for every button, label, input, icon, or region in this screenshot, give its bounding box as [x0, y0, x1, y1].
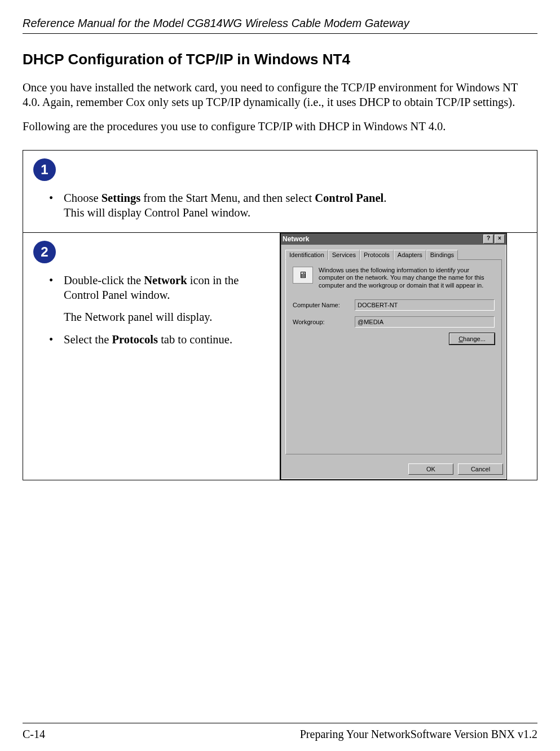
step-1-line-2: This will display Control Panel window.	[64, 206, 250, 219]
tab-adapters[interactable]: Adapters	[394, 250, 426, 260]
step-1-text-pre: Choose	[64, 192, 102, 204]
ok-button[interactable]: OK	[408, 463, 453, 475]
step-2-bullet-1: Double-click the Network icon in the Con…	[49, 273, 270, 302]
page-footer: C-14 Preparing Your NetworkSoftware Vers…	[23, 723, 537, 741]
help-icon[interactable]: ?	[483, 235, 493, 244]
steps-table: 1 Choose Settings from the Start Menu, a…	[23, 150, 537, 480]
step-2-b2-bold: Protocols	[112, 333, 158, 346]
section-heading: DHCP Configuration of TCP/IP in Windows …	[23, 51, 537, 68]
step-2-bullet-2: Select the Protocols tab to continue.	[49, 333, 270, 347]
body-paragraph-1: Once you have installed the network card…	[23, 81, 537, 109]
dialog-info-text: Windows uses the following information t…	[319, 267, 495, 289]
step-2-image-cell: Network ? × Identification Services Prot…	[280, 233, 537, 480]
workgroup-field: @MEDIA	[355, 316, 495, 328]
step-2-subtext: The Network panel will display.	[33, 310, 270, 325]
footer-rule	[23, 723, 537, 723]
step-1-bold-1: Settings	[102, 192, 140, 204]
step-2-b1-pre: Double-click the	[64, 274, 144, 286]
header-rule	[23, 33, 537, 34]
footer-page-number: C-14	[23, 728, 45, 741]
step-1-text-mid: from the Start Menu, and then select	[140, 192, 315, 204]
dialog-panel: 🖥 Windows uses the following information…	[285, 260, 502, 454]
step-2-badge: 2	[33, 241, 56, 263]
step-1-cell: 1 Choose Settings from the Start Menu, a…	[23, 150, 537, 232]
body-paragraph-2: Following are the procedures you use to …	[23, 120, 537, 134]
change-button-rest: hange...	[463, 335, 486, 342]
step-1-bullet-1: Choose Settings from the Start Menu, and…	[49, 191, 527, 220]
computer-icon: 🖥	[293, 267, 313, 284]
tab-bindings[interactable]: Bindings	[426, 250, 458, 260]
running-header: Reference Manual for the Model CG814WG W…	[23, 17, 537, 30]
computer-name-label: Computer Name:	[293, 302, 355, 308]
step-1-text-post: .	[383, 192, 386, 204]
change-button[interactable]: Change...	[449, 333, 495, 344]
dialog-title: Network	[283, 235, 309, 243]
tab-identification[interactable]: Identification	[285, 250, 328, 260]
footer-right-text: Preparing Your NetworkSoftware Version B…	[300, 728, 537, 741]
computer-name-field: DOCBERT-NT	[355, 299, 495, 311]
step-2-b2-pre: Select the	[64, 333, 112, 346]
step-2-b2-post: tab to continue.	[158, 333, 232, 346]
close-icon[interactable]: ×	[495, 235, 505, 244]
step-2-b1-bold: Network	[144, 274, 187, 286]
dialog-tabs: Identification Services Protocols Adapte…	[285, 249, 502, 260]
tab-services[interactable]: Services	[328, 250, 360, 260]
network-dialog: Network ? × Identification Services Prot…	[280, 233, 507, 480]
tab-protocols[interactable]: Protocols	[360, 250, 394, 260]
step-1-badge: 1	[33, 158, 56, 181]
step-2-text-cell: 2 Double-click the Network icon in the C…	[23, 233, 280, 480]
dialog-titlebar[interactable]: Network ? ×	[281, 233, 506, 245]
workgroup-label: Workgroup:	[293, 319, 355, 325]
step-1-bold-2: Control Panel	[315, 192, 383, 204]
cancel-button[interactable]: Cancel	[458, 463, 503, 475]
